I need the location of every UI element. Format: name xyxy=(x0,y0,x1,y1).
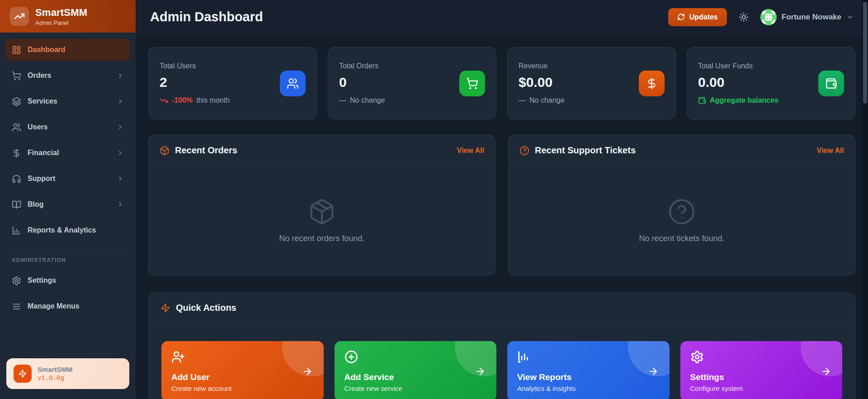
version-number: v1.0.0g xyxy=(38,375,73,382)
quick-action-view-reports[interactable]: View Reports Analytics & insights xyxy=(507,341,670,399)
sidebar-item-manage-menus[interactable]: Manage Menus xyxy=(5,295,130,317)
sidebar-item-label: Support xyxy=(28,175,110,183)
user-plus-icon xyxy=(171,350,314,364)
sidebar-item-users[interactable]: Users xyxy=(5,116,130,138)
main-area: Admin Dashboard Updates Fortune Nowake xyxy=(136,0,868,399)
package-icon xyxy=(160,146,170,156)
quick-action-add-user[interactable]: Add User Create new account xyxy=(161,341,324,399)
recent-support-tickets-panel: Recent Support Tickets View All No recen… xyxy=(508,135,855,276)
quick-action-settings[interactable]: Settings Configure system xyxy=(680,341,843,399)
trending-up-icon xyxy=(10,7,29,26)
sidebar-item-settings[interactable]: Settings xyxy=(5,270,130,291)
sidebar-nav: Dashboard Orders Services Users Financia… xyxy=(0,33,136,358)
sidebar-item-blog[interactable]: Blog xyxy=(5,194,130,215)
stat-trend-text: this month xyxy=(196,96,230,104)
sidebar: SmartSMM Admin Panel Dashboard Orders Se… xyxy=(0,0,136,399)
arrow-right-icon xyxy=(475,366,486,377)
version-app-name: SmartSMM xyxy=(38,366,73,373)
updates-button[interactable]: Updates xyxy=(668,8,727,26)
chevron-right-icon xyxy=(117,149,124,157)
chevron-right-icon xyxy=(117,98,124,105)
quick-action-title: View Reports xyxy=(517,372,660,382)
book-open-icon xyxy=(12,200,21,209)
sidebar-item-label: Settings xyxy=(28,276,124,285)
gear-icon xyxy=(690,350,833,364)
sidebar-item-reports[interactable]: Reports & Analytics xyxy=(5,219,130,241)
panels-row: Recent Orders View All No recent orders … xyxy=(148,135,855,276)
dollar-icon xyxy=(12,148,21,158)
headphones-icon xyxy=(12,174,21,184)
minus-dash: — xyxy=(519,96,526,104)
vertical-scrollbar[interactable] xyxy=(862,0,868,399)
chevron-right-icon xyxy=(117,175,124,182)
refresh-icon xyxy=(677,13,685,21)
stat-trend-text: Aggregate balances xyxy=(710,96,778,104)
sidebar-item-label: Orders xyxy=(28,71,110,80)
sidebar-item-label: Blog xyxy=(28,200,110,209)
lightning-bolt-icon xyxy=(160,303,170,313)
sidebar-section-administration: ADMINISTRATION xyxy=(5,257,130,263)
chevron-down-icon xyxy=(846,14,854,21)
layers-icon xyxy=(12,97,21,106)
sidebar-item-services[interactable]: Services xyxy=(5,90,130,112)
stat-value: 0.00 xyxy=(698,75,818,90)
app-window: SmartSMM Admin Panel Dashboard Orders Se… xyxy=(0,0,868,399)
user-menu[interactable]: Fortune Nowake xyxy=(760,9,854,25)
quick-actions-title: Quick Actions xyxy=(176,303,236,313)
cart-icon xyxy=(12,71,21,81)
stat-card-revenue: Revenue $0.00 — No change xyxy=(507,47,676,119)
quick-actions-panel: Quick Actions Add User Create new accoun… xyxy=(148,293,855,399)
users-icon xyxy=(12,123,21,132)
sidebar-item-financial[interactable]: Financial xyxy=(5,142,130,164)
sidebar-item-dashboard[interactable]: Dashboard xyxy=(5,39,130,61)
bar-chart-icon xyxy=(12,226,21,235)
quick-action-title: Add Service xyxy=(344,372,487,382)
plus-circle-icon xyxy=(344,350,487,364)
quick-action-add-service[interactable]: Add Service Create new service xyxy=(335,341,497,399)
quick-action-title: Add User xyxy=(171,372,314,382)
sidebar-item-label: Services xyxy=(28,97,110,105)
minus-dash: — xyxy=(339,96,346,104)
view-all-tickets-link[interactable]: View All xyxy=(817,147,844,155)
help-circle-icon xyxy=(668,198,696,226)
sidebar-item-label: Financial xyxy=(28,149,110,157)
wallet-icon xyxy=(698,96,706,104)
bar-chart-icon xyxy=(517,350,660,364)
trending-down-icon xyxy=(160,96,168,105)
stat-value: 2 xyxy=(160,75,280,90)
dashboard-content: Total Users 2 -100% this month Total Ord… xyxy=(136,34,868,399)
chevron-right-icon xyxy=(117,124,124,131)
cart-icon xyxy=(459,71,485,96)
stat-card-total-orders: Total Orders 0 — No change xyxy=(328,47,496,119)
stat-value: $0.00 xyxy=(519,75,639,90)
quick-action-subtitle: Create new account xyxy=(171,385,314,392)
view-all-orders-link[interactable]: View All xyxy=(457,147,484,155)
menu-lines-icon xyxy=(12,302,21,311)
scrollbar-thumb[interactable] xyxy=(863,2,867,104)
page-title: Admin Dashboard xyxy=(150,10,263,24)
quick-action-subtitle: Create new service xyxy=(344,385,487,392)
stat-label: Revenue xyxy=(519,62,639,70)
lightning-bolt-icon xyxy=(14,365,32,383)
quick-action-subtitle: Configure system xyxy=(690,385,833,392)
stat-card-total-user-funds: Total User Funds 0.00 Aggregate balances xyxy=(687,47,855,119)
sidebar-item-label: Users xyxy=(28,123,110,131)
arrow-right-icon xyxy=(302,366,313,377)
dashboard-grid-icon xyxy=(12,45,21,55)
sidebar-item-label: Reports & Analytics xyxy=(28,226,124,234)
brand-name: SmartSMM xyxy=(35,7,87,19)
sidebar-item-orders[interactable]: Orders xyxy=(5,65,130,86)
user-name: Fortune Nowake xyxy=(782,13,841,22)
package-icon xyxy=(308,198,336,226)
theme-sun-icon[interactable] xyxy=(739,12,749,22)
arrow-right-icon xyxy=(821,366,831,377)
stat-trend-value: -100% xyxy=(172,96,193,104)
updates-button-label: Updates xyxy=(689,13,718,21)
brand-header: SmartSMM Admin Panel xyxy=(0,0,136,33)
chevron-right-icon xyxy=(117,72,124,79)
stat-card-total-users: Total Users 2 -100% this month xyxy=(148,47,317,119)
stat-value: 0 xyxy=(339,75,459,90)
dollar-icon xyxy=(639,71,665,96)
sidebar-item-support[interactable]: Support xyxy=(5,168,130,190)
brand-subtitle: Admin Panel xyxy=(35,19,87,26)
